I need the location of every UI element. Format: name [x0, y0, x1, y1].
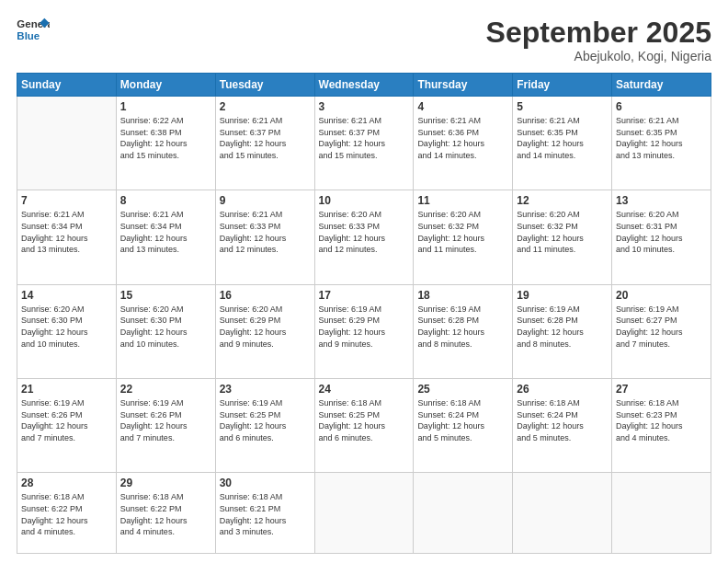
calendar-table: Sunday Monday Tuesday Wednesday Thursday…: [17, 73, 711, 554]
col-thursday: Thursday: [414, 74, 513, 97]
day-number: 18: [417, 289, 508, 302]
day-info: Sunrise: 6:18 AM Sunset: 6:21 PM Dayligh…: [220, 491, 311, 537]
col-wednesday: Wednesday: [314, 74, 414, 97]
table-row: 23Sunrise: 6:19 AM Sunset: 6:25 PM Dayli…: [215, 379, 314, 473]
table-row: 11Sunrise: 6:20 AM Sunset: 6:32 PM Dayli…: [414, 190, 513, 284]
day-info: Sunrise: 6:20 AM Sunset: 6:30 PM Dayligh…: [120, 304, 211, 350]
table-row: [513, 473, 612, 554]
day-number: 5: [517, 100, 608, 113]
day-info: Sunrise: 6:18 AM Sunset: 6:24 PM Dayligh…: [417, 397, 508, 443]
day-info: Sunrise: 6:21 AM Sunset: 6:35 PM Dayligh…: [517, 115, 608, 161]
day-number: 14: [21, 289, 112, 302]
day-info: Sunrise: 6:21 AM Sunset: 6:33 PM Dayligh…: [220, 209, 311, 255]
table-row: 21Sunrise: 6:19 AM Sunset: 6:26 PM Dayli…: [17, 379, 117, 473]
day-number: 1: [120, 100, 211, 113]
day-info: Sunrise: 6:20 AM Sunset: 6:30 PM Dayligh…: [21, 304, 112, 350]
calendar-week-row: 1Sunrise: 6:22 AM Sunset: 6:38 PM Daylig…: [17, 97, 711, 190]
day-number: 10: [319, 194, 410, 207]
day-number: 3: [319, 100, 410, 113]
table-row: 8Sunrise: 6:21 AM Sunset: 6:34 PM Daylig…: [116, 190, 215, 284]
day-number: 15: [120, 289, 211, 302]
month-title: September 2025: [486, 17, 711, 49]
table-row: 15Sunrise: 6:20 AM Sunset: 6:30 PM Dayli…: [116, 284, 215, 378]
day-number: 9: [220, 194, 311, 207]
col-sunday: Sunday: [17, 74, 117, 97]
table-row: 5Sunrise: 6:21 AM Sunset: 6:35 PM Daylig…: [513, 97, 612, 190]
day-info: Sunrise: 6:19 AM Sunset: 6:27 PM Dayligh…: [616, 304, 707, 350]
table-row: 2Sunrise: 6:21 AM Sunset: 6:37 PM Daylig…: [215, 97, 314, 190]
day-number: 19: [517, 289, 608, 302]
table-row: [612, 473, 711, 554]
table-row: 25Sunrise: 6:18 AM Sunset: 6:24 PM Dayli…: [414, 379, 513, 473]
day-number: 30: [220, 477, 311, 489]
table-row: 22Sunrise: 6:19 AM Sunset: 6:26 PM Dayli…: [116, 379, 215, 473]
day-info: Sunrise: 6:22 AM Sunset: 6:38 PM Dayligh…: [120, 115, 211, 161]
svg-text:Blue: Blue: [17, 30, 40, 41]
title-block: September 2025 Abejukolo, Kogi, Nigeria: [486, 17, 711, 63]
header: General Blue September 2025 Abejukolo, K…: [17, 17, 711, 63]
logo-icon: General Blue: [17, 17, 50, 44]
subtitle: Abejukolo, Kogi, Nigeria: [486, 49, 711, 63]
calendar-header-row: Sunday Monday Tuesday Wednesday Thursday…: [17, 74, 711, 97]
table-row: 18Sunrise: 6:19 AM Sunset: 6:28 PM Dayli…: [414, 284, 513, 378]
table-row: 1Sunrise: 6:22 AM Sunset: 6:38 PM Daylig…: [116, 97, 215, 190]
day-number: 26: [517, 383, 608, 396]
day-info: Sunrise: 6:18 AM Sunset: 6:24 PM Dayligh…: [517, 397, 608, 443]
table-row: 30Sunrise: 6:18 AM Sunset: 6:21 PM Dayli…: [215, 473, 314, 554]
day-number: 7: [21, 194, 112, 207]
day-info: Sunrise: 6:18 AM Sunset: 6:22 PM Dayligh…: [21, 491, 112, 537]
table-row: [414, 473, 513, 554]
day-info: Sunrise: 6:18 AM Sunset: 6:23 PM Dayligh…: [616, 397, 707, 443]
day-number: 28: [21, 477, 112, 489]
day-info: Sunrise: 6:20 AM Sunset: 6:31 PM Dayligh…: [616, 209, 707, 255]
table-row: 10Sunrise: 6:20 AM Sunset: 6:33 PM Dayli…: [314, 190, 414, 284]
day-info: Sunrise: 6:20 AM Sunset: 6:32 PM Dayligh…: [517, 209, 608, 255]
col-monday: Monday: [116, 74, 215, 97]
calendar-week-row: 28Sunrise: 6:18 AM Sunset: 6:22 PM Dayli…: [17, 473, 711, 554]
day-info: Sunrise: 6:19 AM Sunset: 6:26 PM Dayligh…: [120, 397, 211, 443]
table-row: [17, 97, 117, 190]
day-number: 23: [220, 383, 311, 396]
table-row: 27Sunrise: 6:18 AM Sunset: 6:23 PM Dayli…: [612, 379, 711, 473]
day-info: Sunrise: 6:18 AM Sunset: 6:22 PM Dayligh…: [120, 491, 211, 537]
day-number: 22: [120, 383, 211, 396]
day-info: Sunrise: 6:20 AM Sunset: 6:33 PM Dayligh…: [319, 209, 410, 255]
logo: General Blue: [17, 17, 50, 44]
day-number: 25: [417, 383, 508, 396]
day-info: Sunrise: 6:19 AM Sunset: 6:28 PM Dayligh…: [517, 304, 608, 350]
day-number: 6: [616, 100, 707, 113]
calendar-week-row: 14Sunrise: 6:20 AM Sunset: 6:30 PM Dayli…: [17, 284, 711, 378]
calendar-week-row: 7Sunrise: 6:21 AM Sunset: 6:34 PM Daylig…: [17, 190, 711, 284]
day-info: Sunrise: 6:20 AM Sunset: 6:29 PM Dayligh…: [220, 304, 311, 350]
table-row: 17Sunrise: 6:19 AM Sunset: 6:29 PM Dayli…: [314, 284, 414, 378]
day-number: 24: [319, 383, 410, 396]
col-tuesday: Tuesday: [215, 74, 314, 97]
day-number: 20: [616, 289, 707, 302]
day-number: 11: [417, 194, 508, 207]
table-row: 6Sunrise: 6:21 AM Sunset: 6:35 PM Daylig…: [612, 97, 711, 190]
day-info: Sunrise: 6:19 AM Sunset: 6:28 PM Dayligh…: [417, 304, 508, 350]
table-row: 19Sunrise: 6:19 AM Sunset: 6:28 PM Dayli…: [513, 284, 612, 378]
day-info: Sunrise: 6:19 AM Sunset: 6:26 PM Dayligh…: [21, 397, 112, 443]
table-row: 7Sunrise: 6:21 AM Sunset: 6:34 PM Daylig…: [17, 190, 117, 284]
table-row: 14Sunrise: 6:20 AM Sunset: 6:30 PM Dayli…: [17, 284, 117, 378]
day-number: 29: [120, 477, 211, 489]
day-info: Sunrise: 6:20 AM Sunset: 6:32 PM Dayligh…: [417, 209, 508, 255]
day-number: 2: [220, 100, 311, 113]
table-row: [314, 473, 414, 554]
day-info: Sunrise: 6:18 AM Sunset: 6:25 PM Dayligh…: [319, 397, 410, 443]
day-number: 27: [616, 383, 707, 396]
day-number: 4: [417, 100, 508, 113]
day-number: 16: [220, 289, 311, 302]
day-info: Sunrise: 6:21 AM Sunset: 6:34 PM Dayligh…: [21, 209, 112, 255]
day-number: 17: [319, 289, 410, 302]
table-row: 16Sunrise: 6:20 AM Sunset: 6:29 PM Dayli…: [215, 284, 314, 378]
day-info: Sunrise: 6:21 AM Sunset: 6:34 PM Dayligh…: [120, 209, 211, 255]
table-row: 4Sunrise: 6:21 AM Sunset: 6:36 PM Daylig…: [414, 97, 513, 190]
table-row: 12Sunrise: 6:20 AM Sunset: 6:32 PM Dayli…: [513, 190, 612, 284]
day-number: 13: [616, 194, 707, 207]
day-info: Sunrise: 6:21 AM Sunset: 6:37 PM Dayligh…: [220, 115, 311, 161]
day-info: Sunrise: 6:19 AM Sunset: 6:25 PM Dayligh…: [220, 397, 311, 443]
day-number: 12: [517, 194, 608, 207]
table-row: 9Sunrise: 6:21 AM Sunset: 6:33 PM Daylig…: [215, 190, 314, 284]
